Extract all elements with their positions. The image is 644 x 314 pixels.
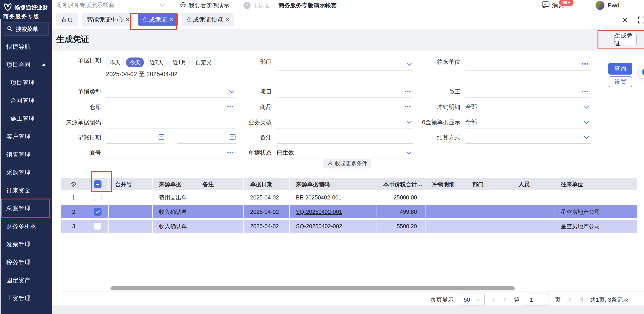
chevron-down-icon[interactable] [584, 104, 589, 109]
demo-link[interactable]: 我要看实例演示 [180, 0, 230, 11]
tab-home[interactable]: 首页 [56, 13, 78, 26]
col-source-code[interactable]: 来源单据编码 [290, 178, 377, 190]
source-code-input[interactable] [106, 116, 236, 128]
date-preset-custom[interactable]: 自定义 [192, 58, 215, 68]
zero-amount-select[interactable]: 全部 [465, 116, 590, 128]
book-date-start-input[interactable] [106, 131, 164, 144]
last-page-icon[interactable] [578, 296, 584, 303]
sidebar-search[interactable] [3, 22, 49, 36]
project-input[interactable]: ⋯ [277, 85, 413, 98]
sidebar-item-project-contract[interactable]: 项目合同 [0, 56, 52, 74]
sidebar-item-payroll-mgmt[interactable]: 工资管理 [0, 289, 52, 307]
column-settings-header[interactable]: ⚙ [61, 178, 87, 190]
col-partner[interactable]: 往来单位 [554, 178, 638, 190]
col-dept[interactable]: 部门 [466, 178, 512, 190]
scrollbar-thumb[interactable] [110, 286, 515, 290]
row-select-cell[interactable] [87, 220, 109, 233]
warehouse-input[interactable]: ⋯ [106, 100, 236, 113]
row-select-cell[interactable] [87, 191, 109, 204]
page-number-input[interactable] [526, 294, 548, 305]
query-button[interactable]: 查询 [608, 63, 632, 74]
sidebar-item-funds[interactable]: 往来资金 [0, 182, 52, 200]
prev-page-icon[interactable] [502, 296, 508, 303]
tab-generate-voucher[interactable]: 生成凭证 × [138, 13, 178, 26]
calendar-icon[interactable] [230, 134, 236, 141]
col-source-doc[interactable]: 来源单据 [153, 178, 196, 190]
date-preset-1month[interactable]: 近1月 [169, 58, 190, 68]
user-name[interactable]: Pwd [608, 0, 620, 11]
table-row-selected[interactable]: 2 收入确认单 2025-04-02 SQ-20250402-001 499.8… [61, 205, 638, 218]
next-page-icon[interactable] [566, 296, 572, 303]
ellipsis-picker-icon[interactable]: ⋯ [404, 88, 411, 95]
row-select-cell[interactable] [87, 205, 109, 218]
partner-input[interactable]: ⋯ [465, 58, 590, 70]
book-date-end-input[interactable] [177, 131, 236, 144]
goods-input[interactable]: ⋯ [277, 100, 413, 113]
settings-button[interactable]: 设置 [609, 76, 632, 87]
doc-status-select[interactable]: 已生效 [277, 146, 413, 159]
page-number-input-box[interactable] [526, 294, 549, 306]
chevron-down-icon[interactable] [407, 149, 412, 154]
fullscreen-icon[interactable] [637, 16, 644, 25]
tab-close-icon[interactable]: × [170, 16, 173, 23]
tab-smart-voucher-center[interactable]: 智能凭证中心 × [82, 13, 134, 26]
gear-icon[interactable]: ⚙ [71, 180, 77, 188]
tab-close-icon[interactable]: × [126, 16, 129, 23]
date-preset-today[interactable]: 今天 [126, 58, 144, 68]
select-all-checkbox[interactable] [94, 180, 102, 188]
ellipsis-picker-icon[interactable]: ⋯ [582, 61, 589, 68]
tab-voucher-preview[interactable]: 生成凭证预览 × [182, 13, 234, 26]
sidebar-item-purchase-mgmt[interactable]: 采购管理 [0, 164, 52, 182]
sidebar-item-quick-nav[interactable]: 快捷导航 [0, 38, 52, 56]
account-book-selector[interactable]: 商务服务专版演示帐套 [56, 0, 166, 10]
employee-input[interactable]: ⋯ [465, 85, 590, 98]
ellipsis-picker-icon[interactable]: ⋯ [227, 149, 234, 156]
chevron-down-icon[interactable] [584, 119, 589, 124]
sidebar-item-customer-mgmt[interactable]: 客户管理 [0, 128, 52, 146]
chevron-down-icon[interactable] [407, 61, 412, 66]
ellipsis-picker-icon[interactable]: ⋯ [582, 88, 589, 95]
collapse-filters-button[interactable]: 收起更多条件 [323, 158, 372, 168]
sidebar-item-project-mgmt[interactable]: 项目管理 [0, 74, 52, 92]
calendar-icon[interactable] [158, 134, 164, 141]
biz-type-select[interactable] [277, 116, 413, 128]
ellipsis-picker-icon[interactable]: ⋯ [404, 103, 411, 110]
col-writeoff[interactable]: 冲销明细 [426, 178, 466, 190]
table-row[interactable]: 3 收入确认单 2025-04-02 SQ-20250402-002 5500.… [61, 220, 638, 233]
ellipsis-picker-icon[interactable]: ⋯ [227, 103, 234, 110]
sidebar-item-construction-mgmt[interactable]: 施工管理 [0, 110, 52, 128]
source-code-link[interactable]: SQ-20250402-002 [296, 223, 342, 230]
sidebar-item-tax-mgmt[interactable]: 税务管理 [0, 253, 52, 271]
source-code-link[interactable]: SQ-20250402-001 [296, 209, 342, 215]
sidebar-item-invoice-mgmt[interactable]: 发票管理 [0, 236, 52, 253]
date-preset-7days[interactable]: 近7天 [146, 58, 167, 68]
col-merge-no[interactable]: 合并号 [109, 178, 153, 190]
row-checkbox[interactable] [94, 222, 102, 230]
close-icon[interactable]: × [622, 11, 628, 29]
sidebar-item-sales-mgmt[interactable]: 销售管理 [0, 146, 52, 164]
date-preset-yesterday[interactable]: 昨天 [106, 58, 124, 68]
dept-input[interactable] [277, 58, 413, 70]
horizontal-scrollbar[interactable] [61, 285, 644, 292]
chevron-down-icon[interactable] [229, 88, 234, 94]
col-doc-date[interactable]: 单据日期 [244, 178, 290, 190]
table-row[interactable]: 1 费用支出单 2025-04-02 BE-20250402-001 25000… [61, 191, 638, 204]
doc-type-input[interactable] [106, 85, 236, 98]
user-avatar[interactable] [596, 1, 604, 10]
sidebar-item-fixed-assets[interactable]: 固定资产 [0, 271, 52, 289]
search-input[interactable] [15, 26, 45, 32]
tab-close-icon[interactable]: × [226, 16, 230, 23]
row-checkbox-checked[interactable] [94, 208, 102, 216]
chevron-down-icon[interactable] [407, 119, 412, 124]
sidebar-item-multi-finance[interactable]: 财务多机构 [0, 218, 52, 236]
col-person[interactable]: 人员 [512, 178, 554, 190]
sidebar-scrollbar-track[interactable] [0, 19, 1, 314]
account-no-input[interactable]: ⋯ [106, 146, 236, 159]
source-code-link[interactable]: BE-20250402-001 [296, 194, 342, 201]
col-amount[interactable]: 本币价税合计… [377, 178, 426, 190]
sidebar-item-contract-mgmt[interactable]: 合同管理 [0, 92, 52, 110]
row-checkbox[interactable] [94, 194, 102, 201]
page-size-select[interactable]: 50 [460, 294, 485, 306]
generate-voucher-button[interactable]: 生成凭证 [614, 34, 637, 45]
sidebar-item-general-ledger[interactable]: 总账管理 [0, 200, 52, 218]
